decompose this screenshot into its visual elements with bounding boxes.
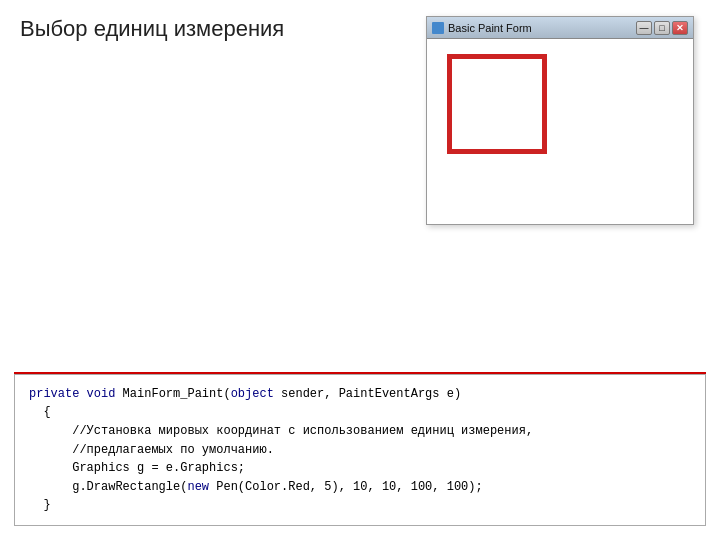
code-line-2: { — [29, 403, 691, 422]
maximize-button[interactable]: □ — [654, 21, 670, 35]
window-app-icon — [432, 22, 444, 34]
right-area: Basic Paint Form — □ ✕ — [420, 16, 700, 362]
code-line-1: private void MainForm_Paint(object sende… — [29, 385, 691, 404]
drawn-rectangle — [447, 54, 547, 154]
close-button[interactable]: ✕ — [672, 21, 688, 35]
minimize-button[interactable]: — — [636, 21, 652, 35]
left-area: Выбор единиц измерения — [20, 16, 400, 362]
window-client — [427, 39, 693, 224]
window-mockup: Basic Paint Form — □ ✕ — [426, 16, 694, 225]
main-container: Выбор единиц измерения Basic Paint Form … — [0, 0, 720, 540]
window-titlebar: Basic Paint Form — □ ✕ — [427, 17, 693, 39]
window-controls: — □ ✕ — [636, 21, 688, 35]
code-line-7: } — [29, 496, 691, 515]
code-line-6: g.DrawRectangle(new Pen(Color.Red, 5), 1… — [29, 478, 691, 497]
top-section: Выбор единиц измерения Basic Paint Form … — [0, 0, 720, 372]
window-title-left: Basic Paint Form — [432, 22, 532, 34]
window-title-text: Basic Paint Form — [448, 22, 532, 34]
code-line-5: Graphics g = e.Graphics; — [29, 459, 691, 478]
code-line-4: //предлагаемых по умолчанию. — [29, 441, 691, 460]
slide-title: Выбор единиц измерения — [20, 16, 400, 42]
code-line-3: //Установка мировых координат с использо… — [29, 422, 691, 441]
code-section: private void MainForm_Paint(object sende… — [14, 374, 706, 526]
